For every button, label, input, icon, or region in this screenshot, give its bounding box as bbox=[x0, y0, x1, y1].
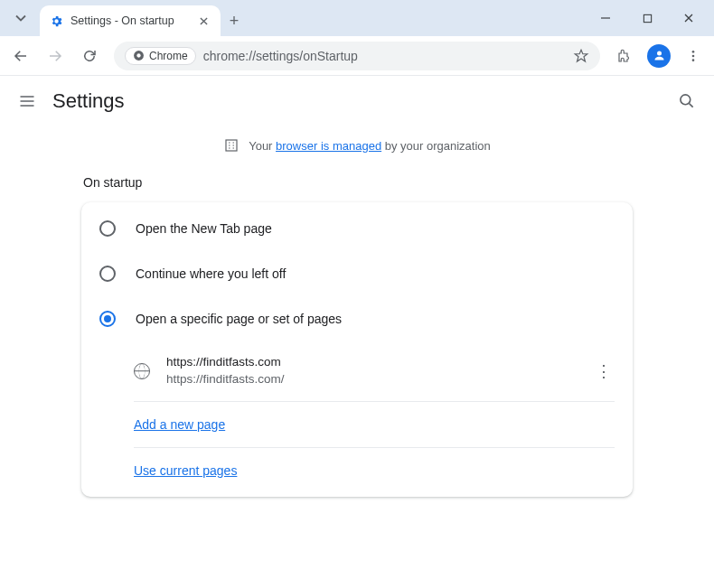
option-label: Continue where you left off bbox=[136, 266, 286, 281]
managed-text: Your browser is managed by your organiza… bbox=[249, 139, 491, 153]
svg-rect-8 bbox=[226, 140, 237, 151]
tab-close-button[interactable] bbox=[195, 13, 211, 29]
maximize-icon bbox=[643, 14, 653, 23]
reload-button[interactable] bbox=[74, 41, 105, 71]
chrome-logo-icon bbox=[133, 50, 145, 61]
section-title: On startup bbox=[81, 170, 633, 202]
svg-point-7 bbox=[681, 95, 691, 105]
profile-button[interactable] bbox=[644, 41, 674, 71]
option-label: Open a specific page or set of pages bbox=[136, 312, 342, 326]
site-chip: Chrome bbox=[125, 47, 196, 65]
chevron-down-icon bbox=[15, 13, 26, 23]
option-continue[interactable]: Continue where you left off bbox=[81, 251, 633, 296]
minimize-icon bbox=[600, 13, 611, 23]
use-current-row: Use current pages bbox=[81, 448, 633, 493]
page-header: Settings bbox=[0, 76, 714, 126]
omnibox[interactable]: Chrome chrome://settings/onStartup bbox=[114, 42, 600, 70]
reload-icon bbox=[81, 48, 98, 64]
bookmark-button[interactable] bbox=[573, 48, 589, 64]
startup-page-row: https://finditfasts.com https://finditfa… bbox=[81, 341, 633, 401]
svg-rect-0 bbox=[644, 14, 651, 22]
page-entry-url: https://finditfasts.com/ bbox=[166, 371, 285, 388]
svg-point-3 bbox=[657, 51, 662, 56]
page-info: https://finditfasts.com https://finditfa… bbox=[166, 354, 285, 388]
back-button[interactable] bbox=[5, 41, 36, 71]
svg-point-5 bbox=[692, 54, 695, 57]
close-window-button[interactable] bbox=[671, 5, 707, 32]
building-icon bbox=[223, 137, 240, 154]
minimize-button[interactable] bbox=[587, 5, 624, 32]
managed-notice: Your browser is managed by your organiza… bbox=[0, 126, 714, 170]
radio-icon bbox=[99, 266, 116, 282]
kebab-icon bbox=[686, 49, 700, 63]
menu-button[interactable] bbox=[678, 41, 709, 71]
avatar-icon bbox=[647, 44, 671, 68]
gear-icon bbox=[49, 14, 63, 28]
option-specific-pages[interactable]: Open a specific page or set of pages bbox=[81, 296, 633, 341]
tab-title: Settings - On startup bbox=[70, 14, 174, 27]
page-title: Settings bbox=[52, 89, 125, 113]
svg-point-6 bbox=[692, 59, 695, 61]
tab-search-button[interactable] bbox=[7, 5, 34, 32]
add-page-link[interactable]: Add a new page bbox=[134, 417, 225, 432]
maximize-button[interactable] bbox=[629, 5, 665, 32]
star-icon bbox=[573, 48, 589, 64]
toolbar: Chrome chrome://settings/onStartup bbox=[0, 36, 714, 76]
radio-icon bbox=[99, 220, 116, 237]
site-chip-label: Chrome bbox=[149, 50, 188, 62]
managed-link[interactable]: browser is managed bbox=[276, 139, 381, 153]
search-button[interactable] bbox=[678, 92, 696, 110]
option-label: Open the New Tab page bbox=[136, 221, 272, 236]
hamburger-icon bbox=[18, 92, 36, 110]
globe-icon bbox=[134, 363, 150, 379]
search-icon bbox=[678, 92, 696, 110]
arrow-right-icon bbox=[47, 48, 63, 64]
puzzle-icon bbox=[616, 48, 633, 64]
svg-point-2 bbox=[136, 53, 140, 57]
startup-card: Open the New Tab page Continue where you… bbox=[81, 202, 633, 497]
hamburger-button[interactable] bbox=[18, 92, 36, 110]
title-bar: Settings - On startup + bbox=[0, 0, 714, 36]
startup-section: On startup Open the New Tab page Continu… bbox=[81, 170, 633, 497]
use-current-link[interactable]: Use current pages bbox=[134, 463, 237, 478]
close-icon bbox=[200, 17, 208, 25]
browser-tab[interactable]: Settings - On startup bbox=[40, 5, 221, 36]
close-icon bbox=[683, 13, 694, 23]
forward-button[interactable] bbox=[40, 41, 70, 71]
option-new-tab[interactable]: Open the New Tab page bbox=[81, 206, 633, 251]
new-tab-button[interactable]: + bbox=[221, 7, 248, 34]
window-controls bbox=[587, 5, 707, 32]
page-actions-button[interactable]: ⋮ bbox=[593, 369, 615, 373]
svg-point-4 bbox=[692, 51, 695, 53]
add-page-row: Add a new page bbox=[81, 402, 633, 447]
page-entry-title: https://finditfasts.com bbox=[166, 354, 285, 371]
radio-selected-icon bbox=[99, 311, 116, 327]
extensions-button[interactable] bbox=[609, 41, 640, 71]
arrow-left-icon bbox=[13, 48, 29, 64]
omnibox-url: chrome://settings/onStartup bbox=[203, 49, 358, 63]
